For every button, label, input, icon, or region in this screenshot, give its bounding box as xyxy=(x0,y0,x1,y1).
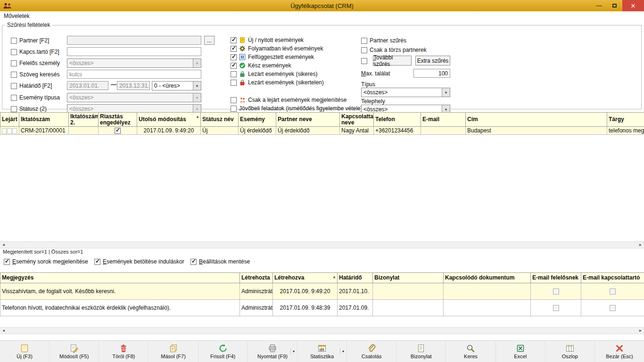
cell-letrehozva[interactable]: 2017.01.09. 9:48:39 xyxy=(273,300,338,316)
option-esemeny-sorok[interactable]: Esemény sorok megjelenítése xyxy=(4,258,88,265)
hatarido-from-input[interactable]: 2013.01.01. xyxy=(67,81,108,90)
col-email-felelosnek[interactable]: E-mail felelősnek xyxy=(531,273,581,283)
riasztas-checkbox[interactable] xyxy=(115,128,121,134)
copy-button[interactable]: Másol (F7) xyxy=(149,341,198,362)
col-email-kapcsolattarto[interactable]: E-mail kapcsolattartó xyxy=(581,273,644,283)
notes-row[interactable]: Telefonon hívott, irodatechnikai eszközö… xyxy=(0,300,644,316)
cell-kapcsolattarto[interactable]: Nagy Antal xyxy=(340,127,374,135)
cell-letrehozva[interactable]: 2017.01.09. 9:49:20 xyxy=(273,283,338,300)
statistics-button[interactable]: Statisztika ▾ xyxy=(297,341,347,362)
new-button[interactable]: Új (F3) xyxy=(0,341,50,362)
partner-input[interactable] xyxy=(67,36,201,45)
minimize-button[interactable]: — xyxy=(591,0,607,11)
cell-cim[interactable]: Budapest xyxy=(466,127,607,135)
delete-button[interactable]: Töröl (F8) xyxy=(99,341,149,362)
dropdown-arrow-icon[interactable]: ▾ xyxy=(290,348,295,354)
columns-button[interactable]: Oszlop xyxy=(545,341,595,362)
partner-browse-button[interactable]: ... xyxy=(204,36,215,45)
main-grid-row[interactable]: CRM-2017/00001 2017.01.09. 9:49:20 Új Új… xyxy=(0,127,644,135)
torzs-partner-checkbox[interactable] xyxy=(361,47,367,53)
excel-button[interactable]: Excel xyxy=(496,341,545,362)
print-button[interactable]: Nyomtat (F9) ▾ xyxy=(248,341,297,362)
col-telefon[interactable]: Telefon xyxy=(374,113,421,127)
cell-hatarido[interactable]: 2017.01.10. xyxy=(338,283,373,300)
done-checkbox[interactable] xyxy=(231,63,237,69)
felelos-select[interactable]: <összes>▼ xyxy=(67,58,201,68)
szoveg-input[interactable]: kulcs xyxy=(67,70,201,79)
hatarido-range-select[interactable]: 0 - <üres>▼ xyxy=(152,81,201,90)
col-email[interactable]: E-mail xyxy=(421,113,466,127)
notes-row[interactable]: Visszahívtam, de foglalt volt. Később ke… xyxy=(0,283,644,300)
col-kapcsolattarto-neve[interactable]: Kapcsolattartó neve xyxy=(340,113,374,127)
szoveg-checkbox[interactable] xyxy=(11,72,17,78)
edit-button[interactable]: Módosít (F5) xyxy=(50,341,99,362)
col-megjegyzes[interactable]: Megjegyzés xyxy=(0,273,240,283)
cell-targy[interactable]: telefonos megk xyxy=(607,127,644,135)
max-talalat-input[interactable]: 100 xyxy=(413,69,450,78)
option-esemenyek-betoltese[interactable]: Események betöltése induláskor xyxy=(94,258,184,265)
extra-szures-button[interactable]: Extra szűrés xyxy=(415,56,450,66)
col-statusz-nev[interactable]: Státusz név xyxy=(201,113,239,127)
cell-bizonylat[interactable] xyxy=(373,283,444,300)
cell-megjegyzes[interactable]: Visszahívtam, de foglalt volt. Később ke… xyxy=(0,283,240,300)
esemeny-tipus-checkbox[interactable] xyxy=(11,95,17,101)
refresh-button[interactable]: Frissít (F4) xyxy=(198,341,248,362)
document-button[interactable]: Bizonylat xyxy=(396,341,446,362)
col-letrehozta[interactable]: Létrehozta xyxy=(240,273,273,283)
close-window-button[interactable]: Bezár (Esc) xyxy=(595,341,644,362)
closed-fail-checkbox[interactable] xyxy=(231,80,237,86)
col-hatarido[interactable]: Határidő xyxy=(338,273,373,283)
cell-esemeny[interactable]: Új érdeklődő xyxy=(239,127,276,135)
partner-szures-checkbox[interactable] xyxy=(361,38,367,44)
col-bizonylat[interactable]: Bizonylat xyxy=(373,273,444,283)
option-beallitasok-mentese[interactable]: Beállítások mentése xyxy=(190,258,250,265)
tovabbi-szures-checkbox[interactable] xyxy=(361,58,367,64)
col-iktatoszam2[interactable]: Iktatószám 2. xyxy=(69,113,99,127)
cell-telefon[interactable]: +36201234456 xyxy=(374,127,421,135)
cell-dokumentum[interactable] xyxy=(444,283,531,300)
close-button[interactable]: ✕ xyxy=(622,0,644,11)
cell-email[interactable] xyxy=(421,127,466,135)
col-utolso-modositas[interactable]: Utolsó módosítás▲ xyxy=(137,113,201,127)
tipus-select[interactable]: <összes>▼ xyxy=(361,88,450,97)
col-lejart[interactable]: Lejárt xyxy=(0,113,19,127)
scroll-right-icon[interactable]: ► xyxy=(637,328,644,334)
dropdown-arrow-icon[interactable]: ▾ xyxy=(340,348,344,354)
beallitasok-mentese-checkbox[interactable] xyxy=(190,259,197,265)
suspended-checkbox[interactable] xyxy=(231,54,237,60)
maximize-button[interactable] xyxy=(607,0,622,11)
cell-statusz-nev[interactable]: Új xyxy=(201,127,239,135)
cell-bizonylat[interactable] xyxy=(373,300,444,316)
attachment-button[interactable]: Csatolás xyxy=(347,341,396,362)
main-grid-hscrollbar[interactable]: ◄ ► xyxy=(0,241,644,248)
cell-letrehozta[interactable]: Adminisztrátor xyxy=(240,283,273,300)
notes-grid-hscrollbar[interactable]: ◄ ► xyxy=(0,327,644,334)
scroll-left-icon[interactable]: ◄ xyxy=(0,328,7,334)
closed-success-checkbox[interactable] xyxy=(231,71,237,77)
hatarido-to-input[interactable]: 2013.12.31. xyxy=(117,81,150,90)
scroll-right-icon[interactable]: ► xyxy=(637,242,644,248)
esemenyek-betoltese-checkbox[interactable] xyxy=(94,259,100,265)
future-tasks-checkbox[interactable] xyxy=(231,106,237,112)
tovabbi-szures-button[interactable]: További szűrés xyxy=(373,56,412,66)
scroll-left-icon[interactable]: ◄ xyxy=(0,242,7,248)
col-letrehozva[interactable]: Létrehozva▲ xyxy=(273,273,338,283)
felelos-checkbox[interactable] xyxy=(11,60,17,66)
cell-utolso-modositas[interactable]: 2017.01.09. 9:49:20 xyxy=(137,127,201,135)
cell-riasztas[interactable] xyxy=(99,127,137,135)
statusz-checkbox[interactable] xyxy=(11,106,17,112)
col-riasztas[interactable]: Riasztás engedélyez xyxy=(99,113,137,127)
in-progress-checkbox[interactable] xyxy=(231,46,237,52)
partner-checkbox[interactable] xyxy=(11,38,17,44)
cell-partner-neve[interactable]: Új érdeklődő xyxy=(276,127,340,135)
new-events-checkbox[interactable] xyxy=(231,37,237,43)
col-cim[interactable]: Cím xyxy=(466,113,607,127)
col-kapcsolodo-dokumentum[interactable]: Kapcsolódó dokumentum xyxy=(444,273,531,283)
menu-muveletek[interactable]: Műveletek xyxy=(0,13,33,19)
cell-iktatoszam2[interactable] xyxy=(69,127,99,135)
col-partner-neve[interactable]: Partner neve xyxy=(276,113,340,127)
col-esemeny[interactable]: Esemény xyxy=(239,113,276,127)
expired-only-checkbox[interactable] xyxy=(231,97,237,103)
col-targy[interactable]: Tárgy xyxy=(607,113,644,127)
hatarido-checkbox[interactable] xyxy=(11,83,17,89)
